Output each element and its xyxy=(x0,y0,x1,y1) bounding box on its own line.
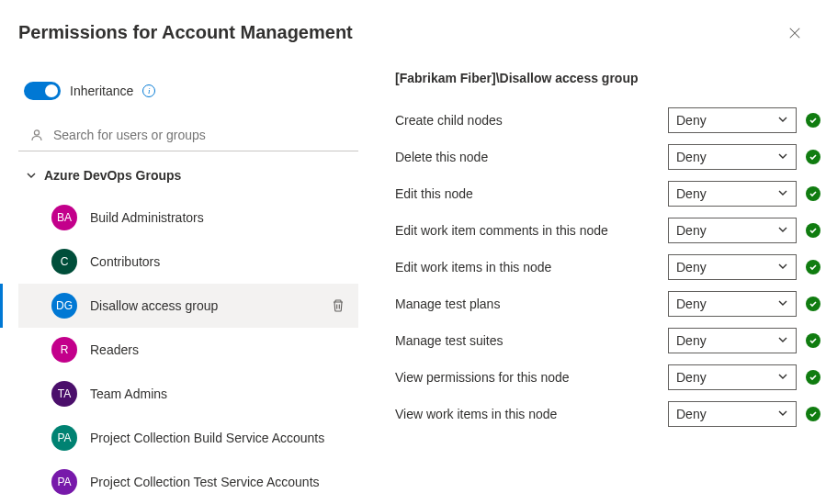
group-item[interactable]: CContributors xyxy=(18,240,358,284)
success-icon xyxy=(806,370,820,385)
permission-label: Manage test plans xyxy=(395,297,659,311)
chevron-down-icon xyxy=(777,297,788,311)
close-button[interactable] xyxy=(786,24,804,42)
success-icon xyxy=(806,186,820,201)
group-label: Build Administrators xyxy=(90,210,349,225)
chevron-down-icon xyxy=(777,113,788,128)
chevron-down-icon xyxy=(777,260,788,274)
avatar: C xyxy=(51,249,77,274)
delete-group-button[interactable] xyxy=(331,298,345,313)
group-label: Project Collection Test Service Accounts xyxy=(90,475,349,489)
chevron-down-icon xyxy=(777,150,788,164)
permission-label: Manage test suites xyxy=(395,333,659,348)
permission-select[interactable]: Deny xyxy=(668,401,797,427)
permission-row: Manage test plansDeny xyxy=(395,286,826,322)
group-item[interactable]: PAProject Collection Build Service Accou… xyxy=(18,416,358,460)
success-icon xyxy=(806,223,820,238)
permission-select[interactable]: Deny xyxy=(668,181,797,207)
info-icon[interactable]: i xyxy=(142,84,155,97)
person-icon xyxy=(29,128,44,142)
inheritance-label: Inheritance xyxy=(70,84,133,98)
permissions-list: Create child nodesDenyDelete this nodeDe… xyxy=(395,102,826,432)
group-item[interactable]: DGDisallow access group xyxy=(18,284,358,328)
permission-label: Create child nodes xyxy=(395,113,659,128)
permission-value: Deny xyxy=(676,186,707,201)
success-icon xyxy=(806,407,820,421)
chevron-down-icon xyxy=(26,170,37,181)
permission-label: View permissions for this node xyxy=(395,370,659,385)
permission-row: Create child nodesDeny xyxy=(395,102,826,139)
permission-row: View permissions for this nodeDeny xyxy=(395,359,826,396)
permission-row: Manage test suitesDeny xyxy=(395,322,826,359)
permission-select[interactable]: Deny xyxy=(668,364,797,390)
permission-label: Edit this node xyxy=(395,186,659,201)
permission-value: Deny xyxy=(676,113,707,128)
search-box[interactable] xyxy=(18,118,358,151)
avatar: DG xyxy=(51,293,77,319)
svg-point-0 xyxy=(34,129,39,134)
group-item[interactable]: BABuild Administrators xyxy=(18,196,358,240)
success-icon xyxy=(806,260,820,274)
permission-select[interactable]: Deny xyxy=(668,144,797,170)
permission-row: Edit this nodeDeny xyxy=(395,175,826,212)
right-panel: [Fabrikam Fiber]\Disallow access group C… xyxy=(358,65,826,504)
chevron-down-icon xyxy=(777,370,788,385)
group-label: Contributors xyxy=(90,254,349,269)
permission-row: Edit work items in this nodeDeny xyxy=(395,249,826,286)
permission-value: Deny xyxy=(676,333,707,348)
avatar: R xyxy=(51,337,77,363)
group-list: BABuild AdministratorsCContributorsDGDis… xyxy=(18,196,358,504)
permission-select[interactable]: Deny xyxy=(668,107,797,133)
success-icon xyxy=(806,150,820,164)
permission-value: Deny xyxy=(676,223,707,238)
permission-value: Deny xyxy=(676,150,707,164)
page-title: Permissions for Account Management xyxy=(18,22,353,43)
left-panel: Inheritance i Azure DevOps Groups BABuil… xyxy=(0,65,358,504)
group-section-title: Azure DevOps Groups xyxy=(44,168,181,183)
chevron-down-icon xyxy=(777,223,788,238)
scope-title: [Fabrikam Fiber]\Disallow access group xyxy=(395,71,826,85)
chevron-down-icon xyxy=(777,407,788,421)
permission-value: Deny xyxy=(676,370,707,385)
permission-row: Delete this nodeDeny xyxy=(395,139,826,175)
search-input[interactable] xyxy=(51,127,351,143)
group-item[interactable]: PAProject Collection Test Service Accoun… xyxy=(18,460,358,504)
permission-select[interactable]: Deny xyxy=(668,254,797,280)
group-label: Team Admins xyxy=(90,386,349,401)
permission-row: View work items in this nodeDeny xyxy=(395,396,826,432)
inheritance-row: Inheritance i xyxy=(18,74,358,107)
success-icon xyxy=(806,297,820,311)
group-item[interactable]: RReaders xyxy=(18,328,358,372)
permission-label: Delete this node xyxy=(395,150,659,164)
avatar: PA xyxy=(51,425,77,451)
group-section-header[interactable]: Azure DevOps Groups xyxy=(18,155,358,196)
permission-value: Deny xyxy=(676,260,707,274)
group-label: Project Collection Build Service Account… xyxy=(90,431,349,445)
permission-row: Edit work item comments in this nodeDeny xyxy=(395,212,826,249)
group-label: Disallow access group xyxy=(90,298,318,313)
success-icon xyxy=(806,333,820,348)
permission-value: Deny xyxy=(676,407,707,421)
permission-select[interactable]: Deny xyxy=(668,291,797,317)
avatar: PA xyxy=(51,469,77,495)
permission-label: Edit work items in this node xyxy=(395,260,659,274)
permission-value: Deny xyxy=(676,297,707,311)
group-item[interactable]: TATeam Admins xyxy=(18,372,358,416)
trash-icon xyxy=(331,298,345,313)
permission-select[interactable]: Deny xyxy=(668,328,797,353)
permission-select[interactable]: Deny xyxy=(668,218,797,243)
success-icon xyxy=(806,113,820,128)
dialog-header: Permissions for Account Management xyxy=(0,0,826,43)
avatar: TA xyxy=(51,381,77,407)
permission-label: Edit work item comments in this node xyxy=(395,223,659,238)
permission-label: View work items in this node xyxy=(395,407,659,421)
chevron-down-icon xyxy=(777,186,788,201)
inheritance-toggle[interactable] xyxy=(24,82,61,100)
close-icon xyxy=(788,27,801,39)
avatar: BA xyxy=(51,205,77,230)
group-label: Readers xyxy=(90,342,349,357)
chevron-down-icon xyxy=(777,333,788,348)
